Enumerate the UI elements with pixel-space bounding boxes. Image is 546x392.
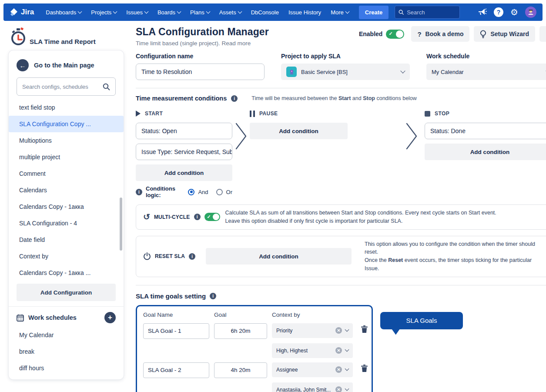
create-button[interactable]: Create [359, 6, 389, 19]
clear-icon[interactable]: ✕ [335, 386, 342, 392]
clear-icon[interactable]: ✕ [335, 327, 342, 334]
nav-search-input[interactable] [407, 9, 456, 16]
power-icon [143, 252, 151, 260]
config-item[interactable]: Calendars Copy - 1акка ... [9, 265, 124, 281]
schedule-item[interactable]: diff hours [9, 360, 124, 376]
config-item[interactable]: Context by [9, 248, 124, 265]
info-icon[interactable]: i [194, 214, 201, 220]
app-title: SLA Time and Report [30, 38, 96, 46]
nav-dashboards[interactable]: Dashboards [42, 7, 85, 18]
multi-cycle-card: ↺ MULTI-CYCLE i ✓ Calculate SLA as sum o… [136, 204, 546, 230]
settings-gear-icon[interactable]: ⚙ [510, 8, 518, 17]
config-item-selected[interactable]: SLA Configuration Copy ... [9, 116, 124, 132]
goal-value-input[interactable] [214, 323, 267, 339]
enabled-toggle[interactable]: ✓ [386, 30, 404, 39]
project-select[interactable]: Basic Service [BS] [281, 64, 410, 80]
start-add-condition-button[interactable]: Add condition [136, 164, 232, 181]
page-title: SLA Configuration Manager [136, 26, 269, 38]
start-condition[interactable]: Issue Type: Service Request, Sub-task, T… [136, 144, 232, 160]
chevron-down-icon [144, 10, 148, 14]
config-item[interactable]: Calendars Copy - 1акка [9, 198, 124, 215]
sidebar-search-input[interactable] [22, 84, 99, 90]
back-to-main-link[interactable]: ← Go to the Main page [9, 57, 124, 77]
config-item[interactable]: text field stop [9, 99, 124, 116]
book-demo-button[interactable]: ? Book a demo [411, 26, 469, 42]
trash-icon [361, 325, 368, 333]
goal-name-input[interactable] [143, 362, 209, 378]
setup-wizard-button[interactable]: Setup Wizard [474, 26, 535, 42]
chevron-down-icon [345, 328, 349, 332]
chevron-down-icon [177, 10, 181, 14]
jira-logo[interactable]: Jira [10, 8, 34, 17]
nav-issues[interactable]: Issues [122, 7, 152, 18]
stop-condition[interactable]: Status: Done [425, 123, 546, 139]
sidebar: SLA Time and Report ← Go to the Main pag… [3, 21, 126, 392]
nav-search[interactable] [395, 6, 460, 19]
nav-dbconsole[interactable]: DbConsole [247, 7, 283, 18]
more-options-button[interactable]: ⋮ [539, 26, 546, 42]
nav-boards[interactable]: Boards [154, 7, 184, 18]
user-avatar[interactable] [525, 7, 536, 18]
config-name-label: Configuration name [136, 53, 265, 60]
add-configuration-button[interactable]: Add Configuration [17, 284, 116, 301]
context-value-select[interactable]: Anastasiia, John Smit... ✕ [272, 382, 353, 392]
reset-add-condition-button[interactable]: Add condition [206, 248, 352, 265]
sla-goals-box: Goal Name Goal Context by Priority ✕ [136, 305, 373, 392]
config-name-input[interactable] [136, 64, 265, 80]
help-icon[interactable]: ? [494, 7, 503, 17]
config-item[interactable]: Multioptions [9, 132, 124, 149]
context-field-select[interactable]: Priority ✕ [272, 323, 353, 338]
conditions-title: Time measurement conditions [136, 95, 227, 102]
add-schedule-button[interactable]: + [104, 312, 116, 323]
config-item[interactable]: multiple project [9, 149, 124, 165]
schedule-item[interactable]: break [9, 343, 124, 360]
sidebar-scrollbar[interactable] [120, 198, 122, 251]
nav-assets[interactable]: Assets [215, 7, 245, 18]
chevron-down-icon [238, 10, 242, 14]
start-column: START Status: Open Issue Type: Service R… [136, 109, 232, 198]
config-item[interactable]: Calendars [9, 182, 124, 198]
nav-issue-history[interactable]: Issue History [285, 7, 325, 18]
context-field-select[interactable]: Assignee ✕ [272, 362, 353, 377]
stop-icon [425, 111, 430, 117]
project-avatar [286, 67, 297, 77]
nav-projects[interactable]: Projects [87, 7, 121, 18]
stopwatch-icon [10, 27, 27, 46]
start-label: START [145, 111, 163, 117]
goal-name-column-header: Goal Name [143, 312, 209, 319]
schedule-item[interactable]: tz -3 [9, 376, 124, 379]
stop-add-condition-button[interactable]: Add condition [425, 144, 546, 160]
context-value-select[interactable]: High, Highest ✕ [272, 343, 353, 358]
goal-value-input[interactable] [214, 362, 267, 378]
clear-icon[interactable]: ✕ [335, 366, 342, 373]
multi-cycle-toggle[interactable]: ✓ [204, 213, 220, 221]
pause-add-condition-button[interactable]: Add condition [250, 123, 348, 139]
conditions-hint: Time will be measured between the Start … [251, 95, 417, 101]
clear-icon[interactable]: ✕ [335, 347, 342, 354]
config-item[interactable]: SLA Configuration - 4 [9, 215, 124, 231]
announcements-icon[interactable] [477, 8, 487, 17]
main-content: SLA Configuration Manager Time limit bas… [126, 21, 546, 392]
chevron-down-icon [345, 387, 349, 391]
sidebar-card: ← Go to the Main page text field stop SL… [9, 50, 124, 379]
start-condition[interactable]: Status: Open [136, 123, 232, 139]
goal-name-input[interactable] [143, 323, 209, 339]
page-subtitle[interactable]: Time limit based (single project). Read … [136, 40, 269, 47]
info-icon[interactable]: i [136, 189, 142, 195]
logic-and-radio[interactable] [188, 189, 194, 195]
info-icon[interactable]: i [210, 293, 216, 299]
project-label: Project to apply SLA [281, 53, 410, 60]
delete-goal-button[interactable] [358, 362, 371, 375]
config-item[interactable]: Date field [9, 231, 124, 248]
logic-or-radio[interactable] [216, 189, 223, 195]
sidebar-search[interactable] [17, 77, 116, 96]
nav-plans[interactable]: Plans [186, 7, 214, 18]
info-icon[interactable]: i [189, 253, 195, 260]
schedule-item[interactable]: My Calendar [9, 327, 124, 343]
work-schedule-select[interactable]: My Calendar [426, 64, 546, 80]
delete-goal-button[interactable] [358, 323, 371, 336]
nav-more[interactable]: More [327, 7, 353, 18]
pause-column: PAUSE Add condition [250, 109, 348, 139]
info-icon[interactable]: i [231, 95, 238, 102]
config-item[interactable]: Comment [9, 165, 124, 182]
